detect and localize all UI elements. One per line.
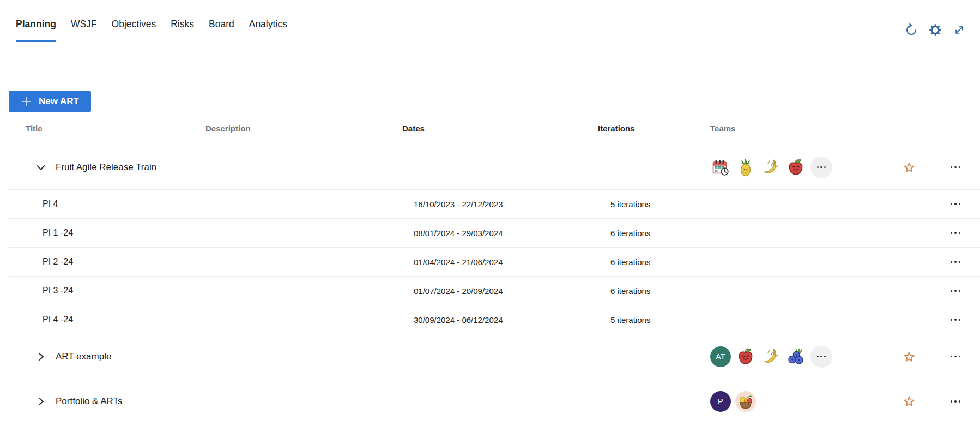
row-title: Fruit Agile Release Train xyxy=(56,162,156,173)
plus-icon xyxy=(21,96,32,107)
column-header-title: Title xyxy=(9,124,205,133)
title-cell: PI 3 -24 xyxy=(9,286,205,296)
expand-icon[interactable] xyxy=(952,23,966,37)
tab-analytics[interactable]: Analytics xyxy=(249,19,287,42)
table-row[interactable]: PI 1 -2408/01/2024 - 29/03/20246 iterati… xyxy=(9,219,980,248)
row-menu-ellipsis-icon[interactable] xyxy=(947,286,964,295)
actions-cell xyxy=(931,257,980,266)
banana-icon[interactable] xyxy=(760,157,781,178)
chevron-down-icon[interactable] xyxy=(35,161,47,173)
dates-cell: 30/09/2024 - 06/12/2024 xyxy=(402,315,598,325)
new-art-button[interactable]: New ART xyxy=(9,91,91,112)
title-cell: Fruit Agile Release Train xyxy=(9,161,205,173)
new-art-label: New ART xyxy=(39,96,79,107)
top-bar: Planning WSJF Objectives Risks Board Ana… xyxy=(0,0,980,62)
table-row[interactable]: Portfolio & ARTsP xyxy=(9,379,980,424)
dates-cell: 01/04/2024 - 21/06/2024 xyxy=(402,257,598,267)
title-cell: PI 4 -24 xyxy=(9,315,205,325)
tab-risks[interactable]: Risks xyxy=(171,19,194,42)
table-row[interactable]: PI 3 -2401/07/2024 - 20/09/20246 iterati… xyxy=(9,277,980,305)
table-row[interactable]: PI 2 -2401/04/2024 - 21/06/20246 iterati… xyxy=(9,248,980,277)
dates-cell: 16/10/2023 - 22/12/2023 xyxy=(402,200,598,209)
refresh-icon[interactable] xyxy=(904,23,918,37)
fruit-basket-icon[interactable] xyxy=(735,391,756,412)
actions-cell xyxy=(931,229,980,237)
pineapple-icon[interactable] xyxy=(735,157,756,178)
title-cell: ART example xyxy=(9,351,205,363)
team-avatar[interactable]: AT xyxy=(710,346,731,367)
row-title: ART example xyxy=(56,351,111,362)
chevron-right-icon[interactable] xyxy=(35,395,47,407)
row-title: PI 3 -24 xyxy=(43,286,73,296)
table-row[interactable]: PI 4 -2430/09/2024 - 06/12/20245 iterati… xyxy=(9,305,980,334)
star-cell xyxy=(887,394,931,409)
tab-bar: Planning WSJF Objectives Risks Board Ana… xyxy=(16,19,287,42)
table-header-row: Title Description Dates Iterations Teams xyxy=(9,112,980,145)
banana-icon[interactable] xyxy=(760,346,781,367)
row-menu-ellipsis-icon[interactable] xyxy=(947,163,964,172)
teams-cell: P xyxy=(697,391,887,412)
tab-board[interactable]: Board xyxy=(209,19,234,42)
table-body: Fruit Agile Release TrainPI 416/10/2023 … xyxy=(9,145,980,424)
actions-cell xyxy=(931,163,980,172)
row-menu-ellipsis-icon[interactable] xyxy=(947,200,964,208)
title-cell: PI 2 -24 xyxy=(9,257,205,267)
title-cell: PI 1 -24 xyxy=(9,228,205,238)
row-menu-ellipsis-icon[interactable] xyxy=(947,229,964,237)
column-header-iterations: Iterations xyxy=(598,124,697,133)
iterations-cell: 6 iterations xyxy=(598,286,697,296)
actions-cell xyxy=(931,397,980,406)
chevron-right-icon[interactable] xyxy=(35,351,47,363)
row-title: PI 4 xyxy=(43,199,58,209)
tab-objectives[interactable]: Objectives xyxy=(112,19,156,42)
teams-cell xyxy=(697,157,887,178)
team-initials: P xyxy=(718,397,723,406)
actions-cell xyxy=(931,200,980,208)
star-cell xyxy=(887,349,931,364)
tab-wsjf[interactable]: WSJF xyxy=(71,19,97,42)
column-header-teams: Teams xyxy=(697,124,887,133)
star-cell xyxy=(887,160,931,175)
row-menu-ellipsis-icon[interactable] xyxy=(947,397,964,406)
table-row[interactable]: PI 416/10/2023 - 22/12/20235 iterations xyxy=(9,190,980,219)
team-initials: AT xyxy=(716,352,725,361)
iterations-cell: 6 iterations xyxy=(598,229,697,238)
apple-icon[interactable] xyxy=(785,157,806,178)
actions-cell xyxy=(931,315,980,324)
row-menu-ellipsis-icon[interactable] xyxy=(947,257,964,266)
title-cell: Portfolio & ARTs xyxy=(9,395,205,407)
row-title: PI 4 -24 xyxy=(43,315,73,325)
more-teams-avatar[interactable] xyxy=(810,157,832,178)
tab-planning[interactable]: Planning xyxy=(16,19,56,42)
title-cell: PI 4 xyxy=(9,199,205,209)
actions-cell xyxy=(931,286,980,295)
favorite-star-icon[interactable] xyxy=(902,349,917,364)
dates-cell: 08/01/2024 - 29/03/2024 xyxy=(402,229,598,238)
toolbar-icons xyxy=(904,23,966,37)
column-header-dates: Dates xyxy=(402,124,598,133)
iterations-cell: 6 iterations xyxy=(598,257,697,267)
row-title: Portfolio & ARTs xyxy=(56,396,123,407)
calendar-clock-icon[interactable] xyxy=(710,157,731,178)
table-row[interactable]: Fruit Agile Release Train xyxy=(9,145,980,190)
column-header-description: Description xyxy=(205,124,402,133)
team-avatar[interactable]: P xyxy=(710,391,731,412)
apple-icon[interactable] xyxy=(735,346,756,367)
art-table: Title Description Dates Iterations Teams… xyxy=(9,112,980,424)
row-menu-ellipsis-icon[interactable] xyxy=(947,315,964,324)
dates-cell: 01/07/2024 - 20/09/2024 xyxy=(402,286,598,296)
table-row[interactable]: ART exampleAT xyxy=(9,334,980,379)
favorite-star-icon[interactable] xyxy=(902,160,917,175)
favorite-star-icon[interactable] xyxy=(902,394,917,409)
teams-cell: AT xyxy=(697,346,887,368)
iterations-cell: 5 iterations xyxy=(598,315,697,325)
iterations-cell: 5 iterations xyxy=(598,200,697,209)
row-menu-ellipsis-icon[interactable] xyxy=(947,352,964,361)
blueberries-icon[interactable] xyxy=(785,346,806,367)
gear-icon[interactable] xyxy=(928,23,942,37)
actions-cell xyxy=(931,352,980,361)
row-title: PI 1 -24 xyxy=(43,228,73,238)
more-teams-avatar[interactable] xyxy=(810,346,832,368)
row-title: PI 2 -24 xyxy=(43,257,73,267)
